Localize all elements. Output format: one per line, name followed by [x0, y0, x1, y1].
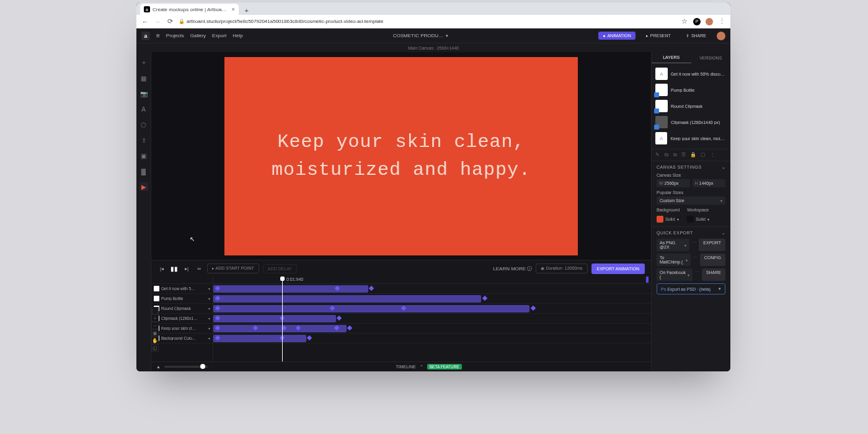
add-delay-button[interactable]: ADD DELAY	[263, 264, 297, 273]
hand-icon[interactable]: ✋	[151, 337, 159, 344]
chevron-down-icon[interactable]: ▾	[208, 316, 210, 321]
tracks-area[interactable]: 0:01:940	[213, 277, 651, 361]
track-label-row[interactable]: Pump Bottle▾	[151, 294, 213, 304]
chevron-down-icon[interactable]: ▾	[208, 326, 210, 330]
track-row[interactable]	[213, 314, 651, 324]
timeline-clip[interactable]	[213, 335, 306, 342]
timeline-clip[interactable]	[213, 285, 368, 293]
stock-icon[interactable]: ▦	[140, 74, 148, 82]
extension-icon[interactable]: P	[693, 18, 701, 25]
profile-avatar[interactable]	[706, 18, 713, 25]
align-icon[interactable]: ☰	[681, 152, 686, 158]
minus-icon[interactable]: −	[151, 322, 159, 329]
export-format-select[interactable]: On Facebook (▾	[657, 268, 693, 281]
hamburger-icon[interactable]: ≡	[156, 32, 160, 39]
camera-icon[interactable]: 📷	[140, 89, 148, 98]
app-logo[interactable]: a	[141, 32, 150, 40]
track-row[interactable]	[213, 294, 651, 304]
fit-icon[interactable]: ◱	[151, 344, 159, 352]
address-field[interactable]: 🔒 artboard.studio/project/5e8c50792041a5…	[179, 19, 676, 24]
tab-layers[interactable]: LAYERS	[652, 52, 691, 63]
background-swatch[interactable]: Solid ▾	[657, 216, 680, 223]
folder-icon[interactable]: 🗀	[664, 152, 669, 158]
browser-tab[interactable]: a Create mockups online | Artboa… ×	[140, 4, 239, 15]
layer-item[interactable]: Clipmask (1280x1440 px)	[652, 114, 730, 130]
duration-display[interactable]: ◉ Duration 12000ms	[536, 264, 587, 273]
timeline-footer-label[interactable]: TIMELINE	[396, 365, 415, 369]
pause-icon[interactable]: ▮▮	[170, 264, 179, 273]
new-tab-button[interactable]: +	[242, 6, 251, 15]
timeline-clip[interactable]	[213, 305, 529, 312]
canvas-viewport[interactable]: Keep your skin clean, moisturized and ha…	[151, 52, 651, 260]
layer-item[interactable]: AKeep your skin clean, moisturi	[652, 130, 730, 146]
layer-item[interactable]: Pump Bottle	[652, 82, 730, 98]
chevron-down-icon[interactable]: ▾	[208, 286, 210, 291]
menu-gallery[interactable]: Gallery	[190, 33, 206, 38]
grid-icon[interactable]: ▓	[140, 167, 148, 175]
copy-icon[interactable]: ⧉	[673, 152, 677, 158]
forward-icon[interactable]: →	[154, 18, 161, 25]
export-action-button[interactable]: SHARE	[702, 268, 725, 281]
export-format-select[interactable]: To MailChimp (▾	[657, 254, 691, 266]
shape-icon[interactable]: ⬠	[140, 120, 148, 129]
menu-help[interactable]: Help	[232, 33, 242, 38]
menu-dots-icon[interactable]: ⋮	[718, 17, 725, 25]
chevron-up-icon[interactable]: ⌃	[420, 365, 423, 370]
chevron-down-icon[interactable]: ▾	[208, 336, 210, 340]
track-row[interactable]	[213, 304, 651, 314]
keyframe[interactable]	[482, 296, 487, 301]
canvas-artboard[interactable]: Keep your skin clean, moisturized and ha…	[224, 57, 578, 255]
zoom-slider[interactable]	[164, 366, 208, 368]
width-input[interactable]: W2560px	[657, 179, 690, 187]
timeline-end-marker[interactable]	[646, 277, 649, 283]
timeline-clip[interactable]	[213, 325, 347, 332]
collapse-icon[interactable]: ▣	[151, 329, 159, 337]
menu-projects[interactable]: Projects	[166, 33, 184, 38]
learn-more-link[interactable]: LEARN MORE ⓘ	[493, 265, 532, 272]
keyframe[interactable]	[531, 306, 536, 311]
project-name-dropdown[interactable]: COSMETIC PRODU… ▾	[393, 33, 448, 38]
track-row[interactable]	[213, 324, 651, 334]
tab-versions[interactable]: VERSIONS	[691, 52, 731, 63]
chevron-down-icon[interactable]: ▾	[208, 306, 210, 311]
collapse-icon[interactable]: ⌄	[722, 165, 726, 170]
track-label-row[interactable]: Clipmask (1280x1…▾	[151, 314, 213, 324]
animation-button[interactable]: ● ANIMATION	[598, 32, 636, 40]
playhead[interactable]: 0:01:940	[282, 277, 283, 361]
clip-icon[interactable]: ▢	[701, 152, 706, 158]
track-row[interactable]	[213, 284, 651, 294]
chevron-down-icon[interactable]: ▾	[208, 296, 210, 301]
timeline-clip[interactable]	[213, 295, 481, 303]
track-row[interactable]	[213, 334, 651, 343]
export-animation-button[interactable]: EXPORT ANIMATION	[591, 264, 645, 274]
keyframe[interactable]	[369, 286, 374, 291]
skip-end-icon[interactable]: ▸|	[182, 264, 191, 273]
height-input[interactable]: H1440px	[693, 179, 726, 187]
close-tab-icon[interactable]: ×	[231, 6, 234, 12]
keyframe[interactable]	[347, 326, 352, 330]
skip-start-icon[interactable]: |◂	[157, 264, 166, 273]
plus-icon[interactable]: +	[151, 314, 159, 322]
track-label-row[interactable]: Keep your skin cl…▾	[151, 324, 213, 334]
keyframe[interactable]	[337, 316, 342, 321]
lock-icon[interactable]: 🔒	[690, 152, 696, 158]
loop-icon[interactable]: ∞	[195, 264, 203, 273]
share-button[interactable]: ⇪ SHARE	[681, 32, 711, 40]
menu-export[interactable]: Export	[212, 33, 226, 38]
drag-icon[interactable]: ⋮⋮	[151, 307, 159, 314]
present-button[interactable]: ▸ PRESENT	[642, 32, 675, 40]
canvas-headline-text[interactable]: Keep your skin clean, moisturized and ha…	[272, 128, 531, 184]
reload-icon[interactable]: ⟳	[166, 17, 174, 25]
star-icon[interactable]: ☆	[681, 17, 688, 25]
export-action-button[interactable]: EXPORT	[699, 239, 725, 251]
upload-icon[interactable]: ⇧	[140, 136, 148, 144]
timeline-ruler[interactable]	[213, 277, 651, 284]
export-format-select[interactable]: As PNG @2X▾	[657, 239, 689, 251]
text-icon[interactable]: A	[140, 105, 148, 113]
keyframe[interactable]	[307, 335, 312, 340]
zoom-out-icon[interactable]: ▲	[156, 365, 161, 369]
back-icon[interactable]: ←	[141, 18, 149, 25]
frame-icon[interactable]: ▣	[140, 151, 148, 160]
user-avatar[interactable]	[717, 32, 725, 40]
more-icon[interactable]: ⋮	[710, 152, 715, 158]
